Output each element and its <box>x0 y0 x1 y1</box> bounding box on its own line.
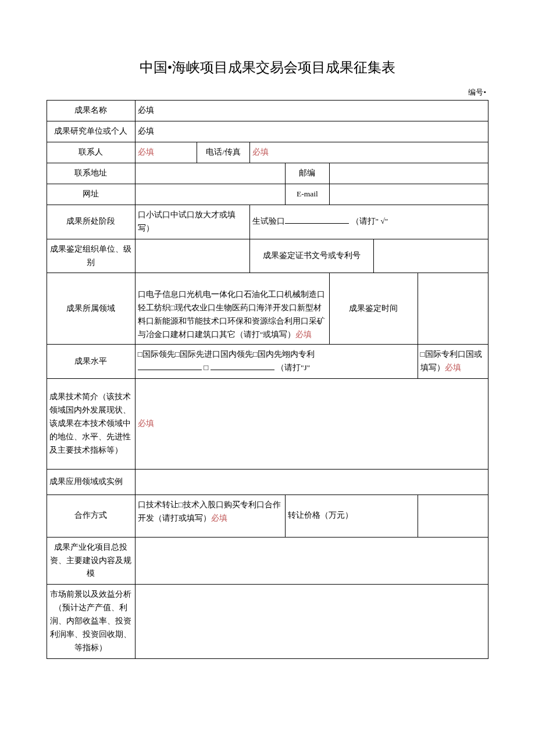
serial-number-row: 编号• <box>47 87 488 98</box>
table-row: 成果产业化项目总投资、主要建设内容及规模 <box>47 537 488 585</box>
cell-postcode-value[interactable] <box>329 163 488 184</box>
cell-email-value[interactable] <box>329 184 488 205</box>
cell-field-value[interactable]: 口电子信息口光机电一体化口石油化工口机械制造口轻工纺织□现代农业口生物医药口海洋… <box>135 273 329 345</box>
required-text: 必填 <box>445 363 461 372</box>
blank-line[interactable] <box>138 362 202 370</box>
serial-label: 编号• <box>468 87 486 98</box>
cell-phone-value[interactable]: 必填 <box>250 142 488 163</box>
required-text: 必填 <box>295 330 312 339</box>
table-row: 成果鉴定组织单位、级别 成果鉴定证书文号或专利号 <box>47 239 488 273</box>
label-field: 成果所属领域 <box>47 273 135 345</box>
table-row: 成果水平 □国际领先□国际先进口国内领先□国内先翊内专利 □ （请打"J" □国… <box>47 345 488 379</box>
table-row: 网址 E-mail <box>47 184 488 205</box>
label-appraisal-time: 成果鉴定时间 <box>329 273 418 345</box>
cell-transfer-price-value[interactable] <box>418 495 488 537</box>
cell-stage-suffix[interactable]: 生试验口 （请打" √" <box>250 205 488 239</box>
label-application: 成果应用领域或实例 <box>47 469 135 495</box>
cell-appraisal-org-value[interactable] <box>135 239 249 273</box>
label-stage: 成果所处阶段 <box>47 205 135 239</box>
blank-line[interactable] <box>285 216 349 224</box>
table-row: 联系地址 邮编 <box>47 163 488 184</box>
table-row: 成果技术简介（该技术领域国内外发展现状、该成果在本技术领域中的地位、水平、先进性… <box>47 379 488 470</box>
cell-level-value1[interactable]: □国际领先□国际先进口国内领先□国内先翊内专利 □ （请打"J" <box>135 345 418 379</box>
label-market: 市场前景以及效益分析（预计达产产值、利润、内部收益率、投资利润率、投资回收期、等… <box>47 585 135 659</box>
table-row: 成果名称 必填 <box>47 101 488 121</box>
cell-level-value2[interactable]: □国际专利口国或填写）必填 <box>418 345 488 379</box>
coop-options-text: 口技术转让□技术入股口购买专利口合作开发（请打或填写） <box>138 500 281 522</box>
label-coop: 合作方式 <box>47 495 135 537</box>
label-email: E-mail <box>285 184 329 205</box>
label-transfer-price: 转让价格（万元） <box>285 495 418 537</box>
label-address: 联系地址 <box>47 163 135 184</box>
label-level: 成果水平 <box>47 345 135 379</box>
label-appraisal-org: 成果鉴定组织单位、级别 <box>47 239 135 273</box>
cell-summary-value[interactable]: 必填 <box>135 379 488 470</box>
cell-appraisal-time-value[interactable] <box>418 273 488 345</box>
label-postcode: 邮编 <box>285 163 329 184</box>
table-row: 市场前景以及效益分析（预计达产产值、利润、内部收益率、投资利润率、投资回收期、等… <box>47 585 488 659</box>
required-text: 必填 <box>138 148 154 156</box>
level-text-3: （请打"J" <box>276 363 310 372</box>
cell-market-value[interactable] <box>135 585 488 659</box>
table-row: 成果所处阶段 口小试口中试口放大才或填写） 生试验口 （请打" √" <box>47 205 488 239</box>
label-name: 成果名称 <box>47 101 135 121</box>
required-text: 必填 <box>211 514 227 522</box>
cell-stage-prefix[interactable]: 口小试口中试口放大才或填写） <box>135 205 249 239</box>
stage-suffix-text2: （请打" √" <box>351 217 388 225</box>
table-row: 联系人 必填 电话/传真 必填 <box>47 142 488 163</box>
cell-org-value[interactable]: 必填 <box>135 121 488 142</box>
cell-website-value[interactable] <box>135 184 285 205</box>
cell-address-value[interactable] <box>135 163 285 184</box>
label-investment: 成果产业化项目总投资、主要建设内容及规模 <box>47 537 135 585</box>
cell-contact-value[interactable]: 必填 <box>135 142 197 163</box>
label-cert-no: 成果鉴定证书文号或专利号 <box>250 239 374 273</box>
table-row: 成果应用领域或实例 <box>47 469 488 495</box>
label-org: 成果研究单位或个人 <box>47 121 135 142</box>
cell-investment-value[interactable] <box>135 537 488 585</box>
cell-name-value[interactable]: 必填 <box>135 101 488 121</box>
label-contact: 联系人 <box>47 142 135 163</box>
required-text: 必填 <box>138 419 154 428</box>
blank-line[interactable] <box>211 362 274 370</box>
table-row: 成果所属领域 口电子信息口光机电一体化口石油化工口机械制造口轻工纺织□现代农业口… <box>47 273 488 345</box>
label-phone: 电话/传真 <box>197 142 250 163</box>
collection-form-table: 成果名称 必填 成果研究单位或个人 必填 联系人 必填 电话/传真 必填 联系地… <box>47 100 488 659</box>
table-row: 成果研究单位或个人 必填 <box>47 121 488 142</box>
cell-application-value[interactable] <box>135 469 488 495</box>
cell-coop-value[interactable]: 口技术转让□技术入股口购买专利口合作开发（请打或填写）必填 <box>135 495 285 537</box>
label-summary: 成果技术简介（该技术领域国内外发展现状、该成果在本技术领域中的地位、水平、先进性… <box>47 379 135 470</box>
level-text-1: □国际领先□国际先进口国内领先□国内先翊内专利 <box>138 350 315 359</box>
level-text-2: □ <box>204 363 208 372</box>
cell-cert-no-value[interactable] <box>373 239 488 273</box>
table-row: 合作方式 口技术转让□技术入股口购买专利口合作开发（请打或填写）必填 转让价格（… <box>47 495 488 537</box>
page-title: 中国•海峡项目成果交易会项目成果征集表 <box>47 58 488 77</box>
stage-suffix-text1: 生试验口 <box>252 217 285 225</box>
label-website: 网址 <box>47 184 135 205</box>
required-text: 必填 <box>252 148 269 156</box>
